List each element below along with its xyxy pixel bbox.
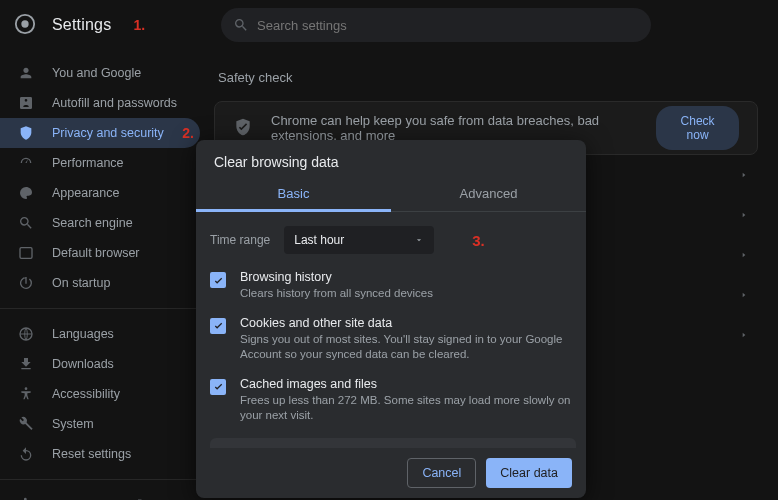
sidebar-item-label: Privacy and security: [52, 126, 164, 140]
tab-advanced[interactable]: Advanced: [391, 178, 586, 212]
sidebar-item-default-browser[interactable]: Default browser: [0, 238, 200, 268]
accessibility-icon: [18, 386, 34, 402]
sidebar-item-reset[interactable]: Reset settings: [0, 439, 200, 469]
clear-data-button[interactable]: Clear data: [486, 458, 572, 488]
verified-shield-icon: [233, 117, 253, 140]
sidebar-item-label: Performance: [52, 156, 124, 170]
sidebar-item-system[interactable]: System: [0, 409, 200, 439]
browser-icon: [18, 245, 34, 261]
svg-point-4: [25, 387, 28, 390]
cached-title: Cached images and files: [240, 377, 574, 391]
sidebar-item-on-startup[interactable]: On startup: [0, 268, 200, 298]
search-settings[interactable]: [221, 8, 651, 42]
cookies-sub: Signs you out of most sites. You'll stay…: [240, 332, 574, 363]
svg-point-1: [21, 20, 28, 27]
dialog-title: Clear browsing data: [196, 140, 586, 178]
globe-icon: [18, 326, 34, 342]
wrench-icon: [18, 416, 34, 432]
sidebar-item-languages[interactable]: Languages: [0, 319, 200, 349]
sidebar-item-privacy[interactable]: Privacy and security2.: [0, 118, 200, 148]
sidebar-item-accessibility[interactable]: Accessibility: [0, 379, 200, 409]
speedometer-icon: [18, 155, 34, 171]
browsing-history-sub: Clears history from all synced devices: [240, 286, 433, 302]
sidebar-item-label: Default browser: [52, 246, 140, 260]
sidebar-item-label: Search engine: [52, 216, 133, 230]
annotation-1: 1.: [133, 17, 145, 33]
checkbox-browsing-history[interactable]: [210, 272, 226, 288]
sidebar-item-appearance[interactable]: Appearance: [0, 178, 200, 208]
cached-sub: Frees up less than 272 MB. Some sites ma…: [240, 393, 574, 424]
tab-basic[interactable]: Basic: [196, 178, 391, 212]
person-icon: [18, 65, 34, 81]
checkbox-cookies[interactable]: [210, 318, 226, 334]
sidebar-item-label: Accessibility: [52, 387, 120, 401]
svg-rect-2: [20, 248, 32, 259]
reset-icon: [18, 446, 34, 462]
checkbox-cached[interactable]: [210, 379, 226, 395]
sidebar-item-extensions[interactable]: Extensions: [0, 490, 200, 500]
check-now-button[interactable]: Check now: [656, 106, 739, 150]
palette-icon: [18, 185, 34, 201]
power-icon: [18, 275, 34, 291]
sidebar-item-autofill[interactable]: Autofill and passwords: [0, 88, 200, 118]
sidebar-item-label: Appearance: [52, 186, 119, 200]
search-icon: [18, 215, 34, 231]
browsing-history-title: Browsing history: [240, 270, 433, 284]
download-icon: [18, 356, 34, 372]
sidebar-item-downloads[interactable]: Downloads: [0, 349, 200, 379]
safety-check-heading: Safety check: [218, 70, 758, 85]
sidebar-item-performance[interactable]: Performance: [0, 148, 200, 178]
chrome-logo-icon: [14, 13, 36, 38]
sidebar-separator: [0, 308, 200, 309]
sidebar-item-you-and-google[interactable]: You and Google: [0, 58, 200, 88]
page-title: Settings: [52, 16, 111, 34]
chevron-down-icon: [414, 235, 424, 245]
sidebar-item-label: You and Google: [52, 66, 141, 80]
sidebar-item-label: Languages: [52, 327, 114, 341]
time-range-select[interactable]: Last hour: [284, 226, 434, 254]
sidebar-item-label: System: [52, 417, 94, 431]
sidebar: You and Google Autofill and passwords Pr…: [0, 50, 200, 500]
safety-check-text: Chrome can help keep you safe from data …: [271, 113, 656, 143]
time-range-label: Time range: [210, 233, 270, 247]
autofill-icon: [18, 95, 34, 111]
clear-browsing-data-dialog: Clear browsing data Basic Advanced Time …: [196, 140, 586, 498]
sidebar-item-label: On startup: [52, 276, 110, 290]
sidebar-item-label: Autofill and passwords: [52, 96, 177, 110]
sidebar-item-label: Reset settings: [52, 447, 131, 461]
search-icon: [233, 17, 249, 33]
search-input[interactable]: [257, 18, 637, 33]
sidebar-item-search-engine[interactable]: Search engine: [0, 208, 200, 238]
annotation-2: 2.: [182, 125, 194, 141]
shield-icon: [18, 125, 34, 141]
google-account-info: G Search history and other forms of acti…: [210, 438, 576, 448]
sidebar-separator: [0, 479, 200, 480]
sidebar-item-label: Downloads: [52, 357, 114, 371]
annotation-3: 3.: [472, 232, 485, 249]
cancel-button[interactable]: Cancel: [407, 458, 476, 488]
cookies-title: Cookies and other site data: [240, 316, 574, 330]
time-range-value: Last hour: [294, 233, 344, 247]
